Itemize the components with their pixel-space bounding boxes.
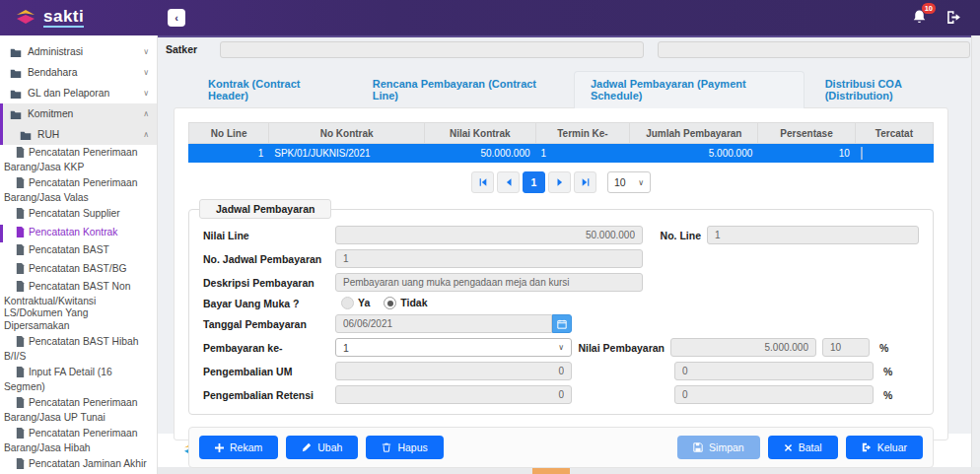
sidebar-item-gl-dan-pelaporan[interactable]: GL dan Pelaporan ∨ (0, 83, 157, 103)
col-jumlah-pembayaran: Jumlah Pembayaran (630, 123, 758, 144)
sidebar-item-pencatatan-bast-bg[interactable]: Pencatatan BAST/BG (0, 261, 157, 280)
horizontal-scrollbar[interactable] (158, 467, 980, 474)
sidebar-item-ruh[interactable]: RUH ∧ (0, 124, 157, 145)
rekam-button[interactable]: Rekam (199, 436, 278, 459)
pembayaran-ke-select[interactable]: 1 ∨ (335, 338, 572, 357)
document-icon (16, 263, 25, 278)
ubah-button[interactable]: Ubah (286, 436, 358, 459)
document-icon (16, 397, 25, 412)
col-persentase: Persentase (758, 123, 856, 144)
last-page-button[interactable] (574, 171, 596, 193)
col-no-line: No Line (189, 123, 269, 144)
table-row[interactable]: 1 SPK/01/JUKNIS/2021 50.000.000 1 5.000.… (189, 144, 934, 163)
pengembalian-um-input[interactable] (335, 362, 572, 380)
tab-bar: Kontrak (Contract Header) Rencana Pembay… (158, 61, 980, 108)
radio-ya[interactable] (341, 297, 354, 309)
notification-badge: 10 (922, 3, 936, 14)
notifications-button[interactable]: 10 (911, 9, 928, 28)
logout-button[interactable] (945, 9, 962, 28)
folder-icon (20, 130, 32, 140)
tab-rencana-pembayaran[interactable]: Rencana Pembayaran (Contract Line) (356, 71, 570, 108)
satker-label: Satker (166, 43, 210, 55)
first-page-button[interactable] (471, 171, 494, 193)
exit-icon (862, 442, 872, 452)
document-icon (16, 281, 25, 296)
app-logo-text: sakti (43, 8, 84, 29)
bayar-uang-muka-label: Bayar Uang Muka ? (203, 298, 329, 309)
chevron-down-icon: ∨ (558, 343, 564, 352)
sidebar-item-pencatatan-penerimaan-kkp[interactable]: Pencatatan Penerimaan Barang/Jasa KKP (0, 145, 157, 175)
no-line-label: No. Line (661, 230, 701, 241)
folder-icon (10, 47, 22, 57)
page-size-select[interactable]: 10 ∨ (607, 171, 651, 193)
tab-distribusi-coa[interactable]: Distribusi COA (Distribution) (808, 71, 980, 108)
prev-page-button[interactable] (497, 171, 520, 193)
deskripsi-input[interactable] (335, 273, 643, 292)
document-icon (16, 336, 25, 351)
chevron-down-icon: ∨ (638, 178, 644, 187)
scrollbar-thumb[interactable] (532, 467, 570, 474)
document-icon (16, 367, 25, 381)
tercatat-checkbox[interactable] (861, 147, 863, 160)
deskripsi-label: Deskripsi Pembayaran (203, 277, 329, 289)
sidebar-item-komitmen[interactable]: Komitmen ∧ (0, 103, 157, 124)
sidebar-collapse-button[interactable]: ‹ (168, 9, 185, 27)
fieldset-title: Jadwal Pembayaran (199, 199, 331, 219)
col-termin-ke: Termin Ke- (535, 123, 630, 144)
sidebar-item-pencatatan-bast[interactable]: Pencatatan BAST (0, 242, 157, 261)
sidebar-item-pencatatan-penerimaan-valas[interactable]: Pencatatan Penerimaan Barang/Jasa Valas (0, 175, 157, 206)
pengembalian-retensi-label: Pengembalian Retensi (203, 389, 329, 401)
pengembalian-retensi-input[interactable] (335, 385, 572, 404)
pagination: 1 10 ∨ (188, 171, 934, 193)
simpan-button[interactable]: Simpan (677, 436, 760, 459)
nilai-line-label: Nilai Line (203, 230, 329, 241)
sidebar-item-penerimaan-up-tunai[interactable]: Pencatatan Penerimaan Barang/Jasa UP Tun… (0, 395, 157, 426)
document-icon (16, 428, 25, 442)
nilai-line-input[interactable] (335, 226, 643, 244)
keluar-button[interactable]: Keluar (846, 436, 923, 459)
pembayaran-ke-label: Pembayaran ke- (203, 342, 329, 354)
hapus-button[interactable]: Hapus (366, 436, 443, 459)
sidebar-item-pencatatan-bast-non-kontraktual[interactable]: Pencatatan BAST Non Kontraktual/Kwitansi… (0, 279, 157, 334)
nilai-pembayaran-input[interactable] (670, 338, 816, 357)
no-jadwal-label: No. Jadwal Pembayaran (203, 253, 329, 265)
pengembalian-um-persen-input[interactable] (674, 362, 874, 380)
plus-icon (215, 443, 224, 452)
no-jadwal-input[interactable] (335, 249, 643, 268)
next-page-button[interactable] (548, 171, 571, 193)
satker-name-input[interactable] (658, 41, 970, 58)
no-line-input[interactable] (707, 226, 919, 244)
tab-kontrak[interactable]: Kontrak (Contract Header) (191, 71, 352, 108)
nilai-pembayaran-label: Nilai Pembayaran (578, 342, 665, 354)
sidebar-item-bendahara[interactable]: Bendahara ∨ (0, 62, 157, 83)
satker-code-input[interactable] (220, 41, 644, 58)
sidebar-item-input-fa-detail[interactable]: Input FA Detail (16 Segmen) (0, 365, 157, 395)
page-number-button[interactable]: 1 (523, 171, 545, 193)
trash-icon (382, 442, 391, 452)
sidebar-item-jaminan-akhir-tahun[interactable]: Pencatatan Jaminan Akhir Tahun (0, 456, 157, 474)
sidebar-item-pencatatan-supplier[interactable]: Pencatatan Supplier (0, 206, 157, 225)
batal-button[interactable]: Batal (768, 436, 838, 459)
sidebar-item-penerimaan-hibah[interactable]: Pencatatan Penerimaan Barang/Jasa Hibah (0, 426, 157, 456)
document-icon (16, 177, 25, 192)
sidebar-item-pencatatan-kontrak[interactable]: Pencatatan Kontrak (0, 225, 157, 243)
pengembalian-um-label: Pengembalian UM (203, 366, 329, 377)
pengembalian-retensi-persen-input[interactable] (674, 385, 874, 404)
folder-icon (10, 68, 22, 78)
sidebar-item-pencatatan-bast-hibah[interactable]: Pencatatan BAST Hibah B/I/S (0, 334, 157, 365)
document-icon (16, 227, 25, 241)
document-icon (16, 244, 25, 259)
tab-jadwal-pembayaran[interactable]: Jadwal Pembayaran (Payment Schedule) (574, 71, 805, 108)
calendar-icon (557, 319, 567, 329)
sakti-logo-icon (14, 8, 37, 28)
sidebar: Administrasi ∨ Bendahara ∨ GL dan Pelapo… (0, 35, 158, 474)
tanggal-pembayaran-input[interactable] (335, 314, 552, 333)
payment-schedule-panel: No Line No Kontrak Nilai Kontrak Termin … (174, 107, 948, 440)
close-icon (784, 443, 793, 452)
col-nilai-kontrak: Nilai Kontrak (425, 123, 535, 144)
nilai-pembayaran-persen-input[interactable] (822, 338, 870, 357)
folder-icon (10, 89, 22, 99)
radio-tidak[interactable] (384, 297, 396, 309)
calendar-button[interactable] (552, 314, 572, 333)
sidebar-item-administrasi[interactable]: Administrasi ∨ (0, 41, 157, 62)
